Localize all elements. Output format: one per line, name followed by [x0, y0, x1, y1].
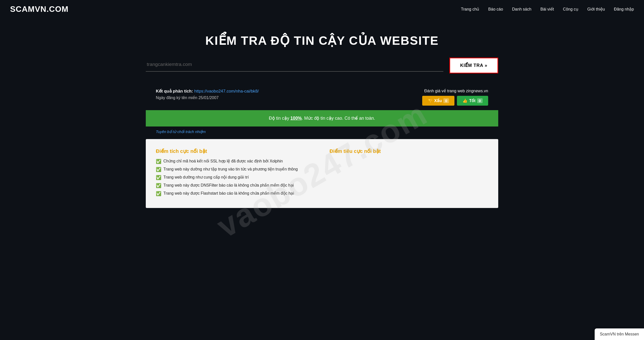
disclaimer-section: Tuyên bố từ chối trách nhiệm: [146, 130, 498, 134]
search-button[interactable]: KIỂM TRA »: [449, 58, 498, 73]
trust-text-before: Độ tin cậy: [269, 116, 291, 121]
search-bar: KIỂM TRA »: [146, 58, 498, 73]
rating-buttons: 👎 Xấu 0 👍 Tốt 0: [422, 96, 488, 106]
check-icon-3: ✅: [156, 175, 161, 180]
registration-date: Ngày đăng ký tên miền 25/01/2007: [156, 95, 259, 100]
positive-title: Điểm tích cực nổi bật: [156, 148, 314, 154]
positive-col: Điểm tích cực nổi bật ✅ Chứng chỉ mã hoá…: [156, 148, 314, 199]
good-label: Tốt: [469, 98, 475, 103]
nav-danhsach[interactable]: Danh sách: [512, 7, 531, 12]
list-item: ✅ Trang web này được DNSFilter báo cáo l…: [156, 183, 314, 188]
messenger-widget[interactable]: ScamVN trên Messen: [595, 328, 644, 340]
positive-item-4: Trang web này được DNSFilter báo cáo là …: [163, 183, 294, 188]
hero-section: KIỂM TRA ĐỘ TIN CẬY CỦA WEBSITE KIỂM TRA…: [0, 18, 644, 81]
list-item: ✅ Trang web này dường như tập trung vào …: [156, 167, 314, 172]
trust-text-after: . Mức độ tin cậy cao. Có thể an toàn.: [302, 116, 375, 121]
trust-percent: 100%: [291, 116, 302, 121]
search-input[interactable]: [146, 60, 443, 69]
nav-congcu[interactable]: Công cụ: [563, 7, 578, 12]
good-icon: 👍: [462, 98, 468, 103]
main-nav: Trang chủ Báo cáo Danh sách Bài viết Côn…: [461, 7, 634, 12]
positive-item-3: Trang web dường như cung cấp nội dung gi…: [163, 175, 249, 180]
nav-dangnhap[interactable]: Đăng nhập: [614, 7, 634, 12]
check-icon-4: ✅: [156, 183, 161, 188]
analysis-section: Điểm tích cực nổi bật ✅ Chứng chỉ mã hoá…: [146, 139, 498, 208]
positive-list: ✅ Chứng chỉ mã hoá kết nối SSL hợp lệ đã…: [156, 159, 314, 196]
page-title: KIỂM TRA ĐỘ TIN CẬY CỦA WEBSITE: [10, 33, 634, 48]
results-right: Đánh giá về trang web zingnews.vn 👎 Xấu …: [422, 89, 488, 106]
bad-count: 0: [443, 98, 449, 103]
bad-button[interactable]: 👎 Xấu 0: [422, 96, 455, 106]
results-row: Kết quả phân tích: https://vaobo247.com/…: [156, 89, 488, 106]
good-count: 0: [477, 98, 483, 103]
list-item: ✅ Trang web dường như cung cấp nội dung …: [156, 175, 314, 180]
check-icon-2: ✅: [156, 167, 161, 172]
header: SCAMVN.COM Trang chủ Báo cáo Danh sách B…: [0, 0, 644, 18]
site-logo[interactable]: SCAMVN.COM: [10, 5, 68, 14]
rating-label: Đánh giá về trang web zingnews.vn: [424, 89, 488, 93]
analysis-url[interactable]: https://vaobo247.com/nha-cai/bk8/: [194, 89, 259, 94]
list-item: ✅ Trang web này được Flashstart báo cáo …: [156, 191, 314, 196]
negative-col: Điểm tiêu cực nổi bật: [330, 148, 488, 199]
positive-item-5: Trang web này được Flashstart báo cáo là…: [163, 191, 294, 196]
check-icon-1: ✅: [156, 159, 161, 164]
nav-gioithieu[interactable]: Giới thiệu: [587, 7, 605, 12]
list-item: ✅ Chứng chỉ mã hoá kết nối SSL hợp lệ đã…: [156, 159, 314, 164]
disclaimer-link[interactable]: Tuyên bố từ chối trách nhiệm: [156, 130, 206, 134]
analysis-label: Kết quả phân tích:: [156, 89, 193, 94]
check-icon-5: ✅: [156, 191, 161, 196]
trust-bar: Độ tin cậy 100%. Mức độ tin cậy cao. Có …: [146, 110, 498, 126]
negative-title: Điểm tiêu cực nổi bật: [330, 148, 488, 154]
good-button[interactable]: 👍 Tốt 0: [457, 96, 488, 106]
nav-baocao[interactable]: Báo cáo: [488, 7, 503, 12]
results-left: Kết quả phân tích: https://vaobo247.com/…: [156, 89, 259, 102]
positive-item-1: Chứng chỉ mã hoá kết nối SSL hợp lệ đã đ…: [163, 159, 283, 163]
bad-icon: 👎: [428, 98, 433, 103]
results-section: Kết quả phân tích: https://vaobo247.com/…: [146, 89, 498, 106]
positive-item-2: Trang web này dường như tập trung vào ti…: [163, 167, 298, 172]
bad-label: Xấu: [434, 98, 442, 103]
nav-trangchu[interactable]: Trang chủ: [461, 7, 479, 12]
nav-baiviet[interactable]: Bài viết: [541, 7, 554, 12]
search-input-wrapper: [146, 60, 443, 72]
